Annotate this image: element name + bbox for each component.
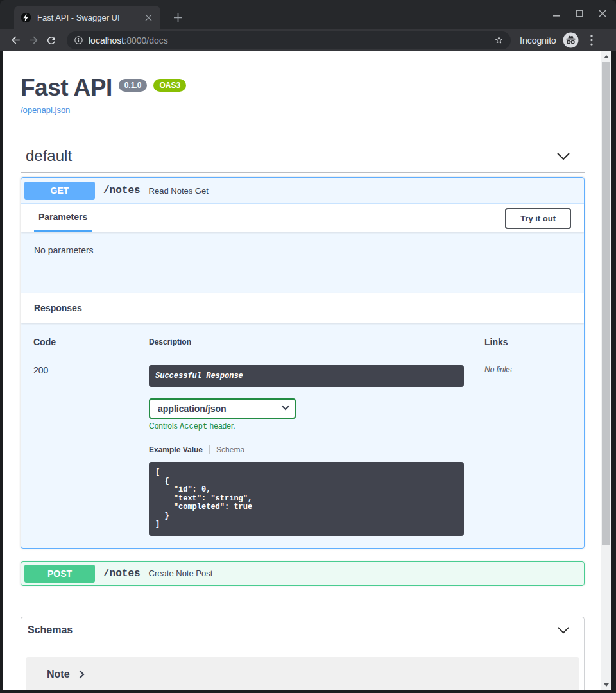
tab-close-icon[interactable] bbox=[142, 12, 154, 23]
url-host: localhost bbox=[89, 35, 124, 46]
oas3-badge: OAS3 bbox=[153, 79, 186, 92]
tab-parameters[interactable]: Parameters bbox=[34, 204, 92, 232]
get-method-badge: GET bbox=[24, 182, 95, 200]
scrollbar-down-icon[interactable] bbox=[601, 680, 611, 690]
response-row-200: 200 Successful Response application/json bbox=[33, 355, 572, 536]
api-info: Fast API 0.1.0 OAS3 /openapi.json bbox=[21, 51, 585, 116]
url-path: :8000/docs bbox=[124, 35, 168, 46]
scrollbar-thumb[interactable] bbox=[602, 62, 610, 545]
incognito-indicator: Incognito bbox=[520, 32, 579, 48]
no-parameters-text: No parameters bbox=[21, 232, 584, 293]
opblock-get-notes: GET /notes Read Notes Get Parameters Try… bbox=[21, 177, 585, 549]
tab-separator bbox=[209, 445, 210, 454]
incognito-label: Incognito bbox=[520, 35, 556, 46]
browser-tab[interactable]: Fast API - Swagger UI bbox=[14, 6, 160, 29]
minimize-icon[interactable] bbox=[549, 6, 563, 21]
openapi-spec-link[interactable]: /openapi.json bbox=[21, 105, 70, 115]
schemas-header[interactable]: Schemas bbox=[21, 617, 584, 644]
schemas-section: Schemas Note bbox=[21, 617, 585, 691]
page-title: Fast API bbox=[21, 76, 112, 99]
new-tab-button[interactable] bbox=[169, 9, 186, 26]
controls-accept-hint: Controls Accept header. bbox=[149, 422, 484, 431]
post-path-link[interactable]: /notes bbox=[103, 568, 141, 579]
get-summary-text: Read Notes Get bbox=[149, 186, 209, 196]
post-summary-row[interactable]: POST /notes Create Note Post bbox=[21, 562, 584, 585]
response-links: No links bbox=[484, 355, 572, 536]
incognito-icon bbox=[563, 32, 579, 48]
col-header-description: Description bbox=[149, 337, 484, 355]
scrollbar-up-icon[interactable] bbox=[601, 52, 611, 62]
page-scrollbar[interactable] bbox=[601, 51, 611, 690]
col-header-links: Links bbox=[484, 337, 572, 355]
media-type-control: application/json Controls Accept header. bbox=[149, 398, 484, 431]
page-viewport: Fast API 0.1.0 OAS3 /openapi.json defaul… bbox=[3, 51, 601, 690]
bookmark-star-icon[interactable] bbox=[493, 35, 504, 46]
col-header-code: Code bbox=[33, 337, 149, 355]
chevron-right-icon bbox=[79, 670, 85, 679]
tab-schema[interactable]: Schema bbox=[216, 445, 244, 454]
tag-title: default bbox=[26, 147, 72, 165]
back-icon[interactable] bbox=[6, 31, 24, 49]
tag-section-default: default GET /notes Read Notes Get Parame… bbox=[21, 147, 585, 586]
window-controls bbox=[549, 6, 610, 21]
schemas-body: Note bbox=[21, 644, 584, 691]
browser-toolbar: localhost:8000/docs Incognito bbox=[0, 29, 616, 51]
opblock-post-notes: POST /notes Create Note Post bbox=[21, 561, 585, 586]
example-json-code: [ { "id": 0, "text": "string", "complete… bbox=[149, 462, 464, 536]
close-window-icon[interactable] bbox=[595, 6, 610, 21]
forward-icon[interactable] bbox=[24, 31, 42, 49]
maximize-icon[interactable] bbox=[572, 6, 586, 21]
schemas-chevron-down-icon bbox=[557, 626, 570, 634]
fastapi-favicon-icon bbox=[21, 12, 31, 23]
responses-header: Responses bbox=[21, 293, 584, 323]
chevron-down-icon bbox=[556, 152, 570, 160]
tag-header-default[interactable]: default bbox=[21, 147, 585, 173]
example-schema-tabs: Example Value Schema bbox=[149, 445, 484, 454]
url-text: localhost:8000/docs bbox=[89, 35, 493, 46]
tab-title: Fast API - Swagger UI bbox=[37, 13, 137, 22]
reload-icon[interactable] bbox=[42, 31, 60, 49]
model-note-row[interactable]: Note bbox=[26, 657, 579, 691]
response-code: 200 bbox=[33, 355, 149, 536]
browser-tabstrip: Fast API - Swagger UI bbox=[0, 0, 616, 29]
responses-table: Code Description Links 200 Successful Re… bbox=[33, 337, 572, 536]
get-summary-row[interactable]: GET /notes Read Notes Get bbox=[21, 178, 584, 203]
get-path-link[interactable]: /notes bbox=[103, 185, 141, 196]
address-bar[interactable]: localhost:8000/docs bbox=[67, 31, 511, 49]
media-type-select[interactable]: application/json bbox=[149, 398, 296, 419]
responses-body: Code Description Links 200 Successful Re… bbox=[21, 323, 584, 548]
try-it-out-button[interactable]: Try it out bbox=[505, 208, 571, 229]
parameters-tab-label: Parameters bbox=[38, 212, 87, 222]
version-badge: 0.1.0 bbox=[119, 79, 148, 92]
response-description-cell: Successful Response application/json bbox=[149, 355, 484, 536]
browser-menu-icon[interactable] bbox=[584, 33, 599, 48]
model-name: Note bbox=[47, 669, 70, 680]
post-summary-text: Create Note Post bbox=[149, 569, 213, 578]
site-info-icon[interactable] bbox=[74, 35, 83, 45]
schemas-title: Schemas bbox=[28, 624, 73, 636]
response-description-box: Successful Response bbox=[149, 365, 464, 387]
parameters-header: Parameters Try it out bbox=[21, 203, 584, 232]
post-method-badge: POST bbox=[24, 565, 95, 583]
tab-example-value[interactable]: Example Value bbox=[149, 445, 203, 454]
